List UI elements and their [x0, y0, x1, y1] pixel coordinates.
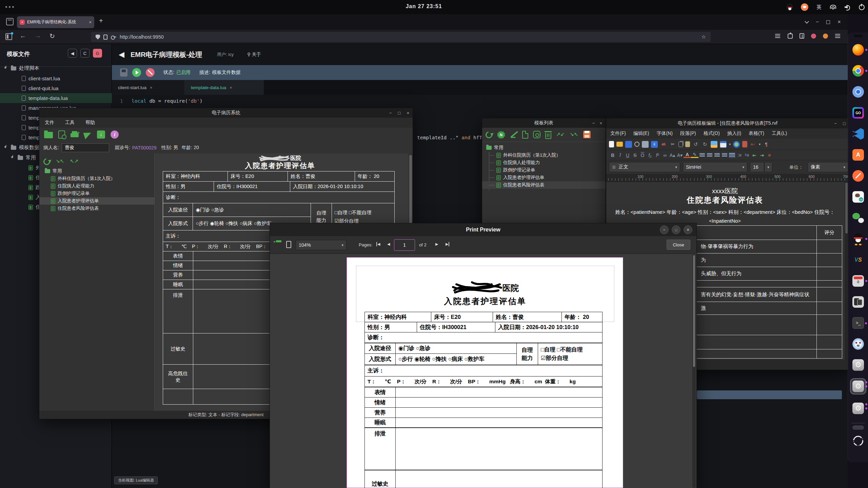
bullet-list-icon[interactable]: :≡ — [736, 152, 743, 158]
shrink-font-icon[interactable]: A▾ — [676, 152, 684, 158]
page-back-icon[interactable]: ◀ — [119, 50, 124, 59]
sidebar-git-button[interactable]: G — [93, 49, 102, 58]
tpl-titlebar[interactable]: 模板列表 − × — [482, 118, 606, 128]
tree-group-scripts[interactable]: 处理脚本 — [0, 63, 112, 73]
field-doc-icon[interactable] — [742, 141, 747, 147]
next-page-icon[interactable]: ▶ — [435, 242, 438, 246]
expand-icon[interactable]: ↖↗ — [70, 158, 79, 166]
emr-tree-item[interactable]: 外科住院病历（第1次入院） — [39, 175, 154, 182]
print-preview-icon[interactable] — [58, 130, 65, 139]
page-setup-icon[interactable] — [286, 241, 291, 248]
cell-bed[interactable]: 床号：E20 — [228, 171, 288, 181]
dock-qq-icon[interactable] — [852, 233, 864, 245]
send-cursor-icon[interactable] — [83, 130, 92, 139]
distribute-icon[interactable] — [729, 153, 735, 157]
align-left-icon[interactable] — [699, 153, 705, 157]
extension-red-icon[interactable] — [811, 34, 816, 39]
sidebar-back-button[interactable]: ◀ — [68, 49, 77, 58]
emr-tree-item[interactable]: 住院病人处理能力 — [39, 182, 154, 190]
tpl-tree-item[interactable]: 入院患者护理评估单 — [482, 174, 606, 181]
clock[interactable]: Jan 27 23:51 — [0, 3, 848, 9]
menu-font[interactable]: 字体(N) — [657, 130, 673, 137]
overline-icon[interactable]: O — [639, 152, 646, 158]
close-button[interactable]: Close — [667, 240, 690, 250]
cell-age[interactable]: 年龄： 20 — [355, 171, 394, 181]
spell-dropdown-icon[interactable]: ▾ — [759, 142, 761, 146]
dock-drawer-icon[interactable] — [852, 426, 864, 430]
save-icon[interactable] — [625, 141, 632, 148]
menu-tools[interactable]: 工具 — [65, 120, 75, 126]
editor-ruler[interactable]: 100 200 300 400 500 600 700 — [606, 174, 849, 182]
record-icon[interactable] — [533, 131, 540, 138]
tree-file[interactable]: client-start.lua — [0, 74, 112, 83]
open-icon[interactable] — [616, 142, 623, 147]
tab-close-icon[interactable]: × — [89, 20, 92, 25]
emr-tree-folder[interactable]: 常用 — [39, 167, 154, 175]
password-key-icon[interactable] — [111, 36, 116, 38]
dock-vscode-icon[interactable] — [852, 128, 864, 140]
dock-terminal-icon[interactable]: >_ — [852, 317, 864, 329]
dock-downloader-icon[interactable] — [852, 275, 864, 287]
font-size-input[interactable]: 16 — [750, 162, 764, 172]
glasses-icon[interactable]: ∞ — [661, 152, 669, 158]
dock-dbeaver-icon[interactable]: CE — [852, 191, 864, 203]
dock-firefox-icon[interactable] — [852, 44, 864, 56]
strike-icon[interactable]: S — [631, 152, 639, 158]
menu-file[interactable]: 文件(F) — [610, 130, 626, 137]
cell-name[interactable]: 姓名：曹俊 — [288, 171, 355, 181]
menu-hamburger-icon[interactable] — [835, 33, 841, 39]
menu-file[interactable]: 文件 — [45, 120, 54, 126]
browser-minimize-button[interactable]: − — [816, 19, 819, 25]
editor-minimize-button[interactable]: − — [834, 121, 837, 126]
last-page-icon[interactable]: ▶ — [446, 242, 449, 246]
tpl-tree-folder[interactable]: 常用 — [482, 144, 606, 151]
input-method-indicator[interactable]: 英 — [816, 4, 822, 11]
extension-orange-icon[interactable] — [823, 34, 828, 39]
volume-icon[interactable] — [845, 4, 851, 10]
tab-manager-icon[interactable] — [6, 18, 14, 25]
route-options[interactable]: ◉门诊 ○急诊 — [193, 203, 311, 217]
dock-chrome-icon[interactable] — [852, 65, 864, 77]
indent-decrease-icon[interactable]: ⇤ — [751, 152, 758, 158]
preview-titlebar[interactable]: Print Preview − □ ✕ — [270, 223, 696, 236]
browser-close-button[interactable]: × — [837, 19, 841, 25]
bold-icon[interactable]: B — [609, 152, 616, 158]
paste-icon[interactable] — [685, 141, 690, 147]
emr-close-button[interactable]: × — [407, 110, 409, 116]
new-doc-icon[interactable] — [522, 131, 528, 139]
menu-paragraph[interactable]: 段落(P) — [680, 130, 696, 137]
line-spacing-icon[interactable]: ≡ — [766, 152, 773, 158]
new-tab-button[interactable]: + — [99, 17, 103, 25]
emr-tree-item[interactable]: 跌倒护理记录单 — [39, 190, 154, 197]
taskbar-strip[interactable] — [697, 390, 842, 399]
align-right-icon[interactable] — [714, 153, 720, 157]
wifi-icon[interactable] — [830, 4, 836, 10]
sidebar-refresh-button[interactable]: C — [80, 49, 90, 58]
replace-icon[interactable]: ab — [660, 141, 667, 148]
cell-dept[interactable]: 科室：神经内科 — [163, 171, 228, 181]
collapse-icon[interactable]: ↘↖ — [570, 131, 578, 139]
number-list-icon[interactable]: ¹≡ — [743, 152, 751, 158]
emr-tree-item[interactable]: 住院患者风险评估表 — [39, 205, 154, 212]
dock-goland-icon[interactable]: GO — [852, 107, 864, 119]
browser-tab[interactable]: EMR电子病理结构化-系统 × — [17, 16, 94, 28]
cell-diagnosis[interactable]: 诊断： — [163, 192, 394, 203]
preview-maximize-button[interactable]: □ — [672, 225, 680, 234]
dock-postman-icon[interactable] — [852, 170, 864, 182]
tpl-tree-item[interactable]: 住院病人处理能力 — [482, 159, 606, 166]
spellcheck-icon[interactable]: A✓ — [750, 141, 756, 148]
copy-icon[interactable] — [678, 142, 683, 147]
code-tab-client-start[interactable]: client-start.lua× — [112, 80, 185, 95]
dock-handle[interactable] — [854, 35, 863, 37]
align-justify-icon[interactable] — [722, 153, 727, 157]
scrollbar-thumb[interactable] — [693, 255, 695, 367]
superscript-icon[interactable]: f² — [654, 152, 661, 158]
refresh-icon[interactable] — [484, 130, 494, 140]
cell-sex[interactable]: 性别：男 — [163, 182, 214, 191]
about-link[interactable]: ⚲ 关于 — [247, 52, 261, 58]
cell-admit[interactable]: 入院日期：2026-01-20 10:10:10 — [290, 182, 394, 191]
hyperlink-icon[interactable] — [733, 141, 740, 148]
shield-icon[interactable] — [96, 35, 100, 40]
print-icon[interactable] — [71, 133, 79, 137]
columns-icon[interactable]: ii — [651, 141, 658, 148]
